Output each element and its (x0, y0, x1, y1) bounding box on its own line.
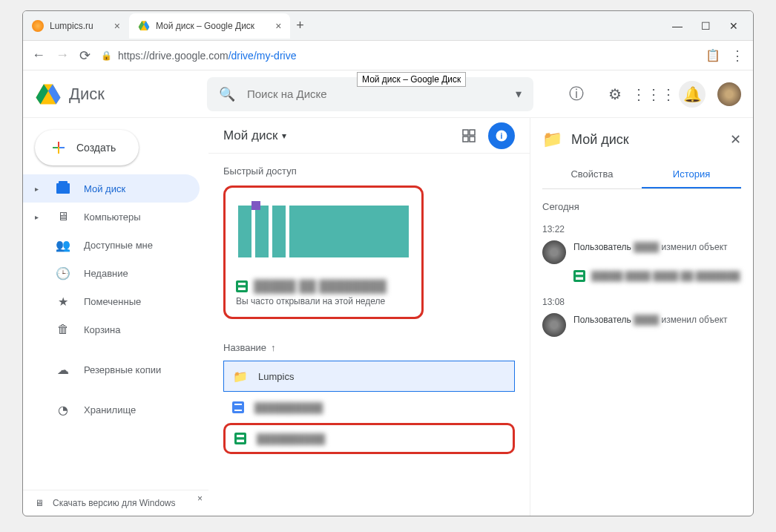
recent-icon: 🕒 (56, 266, 70, 280)
url-input[interactable]: 🔒 https://drive.google.com/drive/my-driv… (101, 50, 695, 62)
close-icon[interactable]: × (197, 493, 203, 504)
content-body: Быстрый доступ █████ ██ ████████ Вы ча (208, 154, 530, 466)
quick-access-card[interactable]: █████ ██ ████████ Вы часто открывали на … (223, 185, 424, 319)
folder-icon: 📁 (542, 130, 562, 149)
download-banner[interactable]: × 🖥 Скачать версию для Windows (23, 490, 208, 516)
info-button[interactable]: i (488, 122, 515, 149)
svg-text:i: i (501, 131, 503, 139)
monitor-icon: 🖥 (35, 498, 44, 508)
sidebar-item-shared[interactable]: 👥 Доступные мне (23, 231, 200, 259)
file-row-sheet[interactable]: ██████████ (223, 423, 515, 454)
chevron-right-icon: ▸ (35, 185, 42, 193)
lock-icon: 🔒 (101, 50, 112, 61)
chevron-down-icon: ▾ (282, 131, 286, 141)
activity-user: Пользователь (573, 315, 631, 325)
sidebar-item-label: Недавние (84, 268, 128, 279)
tab-properties[interactable]: Свойства (542, 161, 642, 188)
grid-view-button[interactable] (456, 122, 482, 149)
activity-time: 13:08 (542, 297, 741, 307)
sidebar-item-my-drive[interactable]: ▸ Мой диск (23, 174, 200, 203)
back-button[interactable]: ← (32, 47, 45, 63)
reload-button[interactable]: ⟳ (79, 47, 91, 64)
settings-icon[interactable]: ⚙ (602, 81, 628, 108)
bookmark-icon[interactable]: 📋 (706, 48, 720, 62)
activity-file[interactable]: █████ ████ ████ ██ ███████ (573, 270, 741, 282)
url-path: /drive/my-drive (228, 50, 297, 62)
sidebar-item-label: Мой диск (84, 183, 125, 194)
close-icon[interactable]: × (275, 20, 281, 32)
file-name: ██████████ (257, 433, 325, 444)
details-title: Мой диск (571, 132, 721, 148)
trash-icon: 🗑 (56, 323, 70, 336)
activity-user: Пользователь (573, 242, 631, 252)
sheets-icon (573, 270, 585, 282)
file-row-folder[interactable]: 📁 Lumpics (223, 361, 515, 392)
browser-window: Lumpics.ru × Мой диск – Google Диск × + … (22, 10, 754, 516)
minimize-button[interactable]: — (670, 20, 685, 32)
file-thumbnail (228, 191, 418, 272)
file-name: ██████████ (254, 402, 323, 413)
tab-drive[interactable]: Мой диск – Google Диск × (129, 13, 290, 39)
user-avatar (542, 313, 566, 337)
new-tab-button[interactable]: + (296, 18, 304, 33)
details-panel: 📁 Мой диск ✕ Свойства История Сегодня 13… (530, 118, 753, 516)
user-avatar (542, 240, 566, 264)
close-icon[interactable]: × (114, 20, 120, 32)
my-drive-icon (56, 183, 70, 194)
sidebar-item-storage[interactable]: ◔ Хранилище (23, 395, 200, 424)
info-icon: i (495, 129, 508, 142)
file-row-doc[interactable]: ██████████ (223, 392, 515, 423)
content-header: Мой диск ▾ i (208, 118, 530, 154)
svg-rect-0 (463, 130, 468, 135)
details-tabs: Свойства История (542, 161, 741, 189)
titlebar: Lumpics.ru × Мой диск – Google Диск × + … (23, 11, 753, 41)
forward-button[interactable]: → (56, 47, 69, 63)
svg-rect-3 (470, 137, 475, 142)
apps-icon[interactable]: ⋮⋮⋮ (640, 81, 667, 108)
shared-icon: 👥 (56, 238, 70, 252)
sidebar-item-label: Хранилище (84, 404, 136, 416)
sidebar-item-starred[interactable]: ★ Помеченные (23, 287, 200, 315)
help-icon[interactable]: ⓘ (563, 81, 590, 108)
sidebar-item-backup[interactable]: ☁ Резервные копии (23, 355, 200, 384)
address-bar: ← → ⟳ 🔒 https://drive.google.com/drive/m… (23, 41, 753, 70)
tab-title: Lumpics.ru (50, 21, 93, 31)
maximize-button[interactable]: ☐ (698, 20, 713, 32)
tab-lumpics[interactable]: Lumpics.ru × (23, 13, 129, 39)
sheets-icon (234, 433, 246, 444)
sort-arrow-icon: ↑ (271, 342, 276, 353)
column-header-name[interactable]: Название ↑ (223, 334, 515, 361)
plus-icon (50, 139, 68, 157)
create-label: Создать (76, 142, 116, 154)
sidebar-item-trash[interactable]: 🗑 Корзина (23, 315, 200, 344)
sidebar-item-computers[interactable]: ▸ 🖥 Компьютеры (23, 203, 200, 231)
tab-title: Мой диск – Google Диск (156, 21, 254, 31)
avatar[interactable] (717, 82, 741, 106)
breadcrumb[interactable]: Мой диск ▾ (223, 128, 286, 143)
sidebar-item-recent[interactable]: 🕒 Недавние (23, 259, 200, 287)
activity-action: изменил объект (662, 242, 728, 252)
storage-icon: ◔ (56, 403, 70, 417)
sidebar: Создать ▸ Мой диск ▸ 🖥 Компьютеры 👥 Дост… (23, 118, 208, 516)
app-body: Создать ▸ Мой диск ▸ 🖥 Компьютеры 👥 Дост… (23, 118, 753, 516)
search-options-icon[interactable]: ▾ (516, 87, 522, 101)
drive-app: Диск 🔍 ▾ ⓘ ⚙ ⋮⋮⋮ 🔔 Создать (23, 70, 753, 516)
search-input[interactable] (247, 88, 504, 100)
tab-history[interactable]: История (642, 161, 741, 188)
close-window-button[interactable]: ✕ (726, 20, 741, 32)
sheets-icon (236, 280, 248, 292)
sidebar-item-label: Помеченные (84, 296, 141, 307)
quick-access-title: Быстрый доступ (223, 165, 515, 177)
folder-icon: 📁 (233, 370, 248, 384)
sidebar-item-label: Доступные мне (84, 240, 153, 251)
notifications-icon[interactable]: 🔔 (679, 81, 706, 108)
favicon-icon (32, 20, 44, 32)
create-button[interactable]: Создать (35, 130, 139, 165)
close-icon[interactable]: ✕ (730, 131, 741, 148)
star-icon: ★ (56, 295, 70, 309)
menu-icon[interactable]: ⋮ (731, 47, 744, 64)
drive-favicon-icon (138, 20, 150, 32)
header-actions: ⓘ ⚙ ⋮⋮⋮ 🔔 (563, 81, 741, 108)
drive-logo[interactable]: Диск (35, 81, 201, 108)
app-title: Диск (69, 85, 105, 104)
